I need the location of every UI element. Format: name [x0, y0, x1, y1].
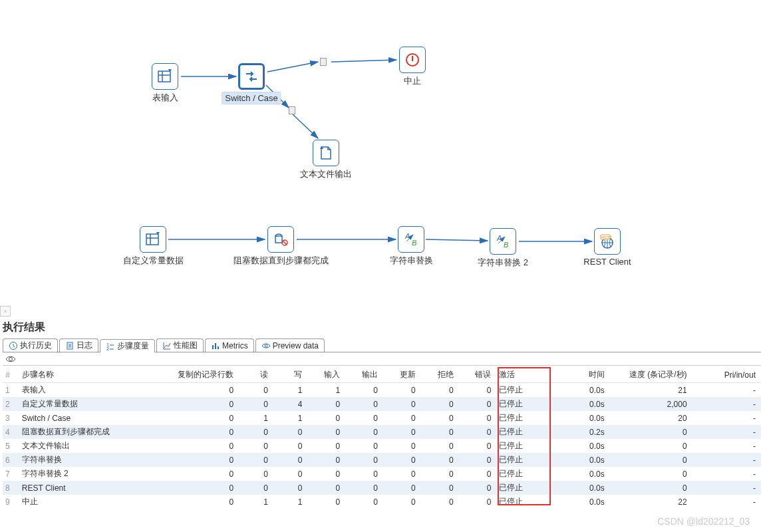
- cell-copy: 0: [170, 383, 239, 398]
- eye-icon: [261, 341, 271, 350]
- cell-out: 0: [345, 411, 383, 425]
- col-write[interactable]: 写: [273, 367, 308, 383]
- cell-pio: -: [692, 383, 761, 398]
- col-pio[interactable]: Pri/in/out: [692, 367, 761, 383]
- cell-n: 3: [3, 411, 19, 425]
- col-input[interactable]: 输入: [307, 367, 345, 383]
- col-update[interactable]: 更新: [383, 367, 421, 383]
- connectors: [0, 0, 763, 306]
- table-row[interactable]: 9中止01100000已停止0.0s22-: [3, 495, 761, 509]
- cell-copy: 0: [170, 453, 239, 467]
- table-row[interactable]: 6字符串替换00000000已停止0.0s0-: [3, 453, 761, 467]
- document-icon: [65, 341, 75, 350]
- col-output[interactable]: 输出: [345, 367, 383, 383]
- node-str-replace[interactable]: AB: [398, 226, 424, 253]
- cell-speed: 20: [610, 411, 692, 425]
- cell-upd: 0: [383, 425, 421, 439]
- eye-icon[interactable]: [5, 354, 16, 364]
- node-label-block: 阻塞数据直到步骤都完成: [233, 255, 329, 267]
- cell-speed: 0: [610, 425, 692, 439]
- cell-write: 0: [273, 425, 308, 439]
- cell-name: 阻塞数据直到步骤都完成: [19, 425, 170, 439]
- tab-exec-history[interactable]: 执行历史: [3, 338, 58, 352]
- cell-out: 0: [345, 495, 383, 509]
- table-row[interactable]: 4阻塞数据直到步骤都完成00000000已停止0.2s0-: [3, 425, 761, 439]
- node-label-abort: 中止: [404, 75, 421, 87]
- cell-upd: 0: [383, 453, 421, 467]
- table-row[interactable]: 2自定义常量数据00400000已停止0.0s2,000-: [3, 397, 761, 411]
- tab-label: 执行历史: [20, 340, 52, 351]
- table-input-icon: [144, 231, 162, 248]
- node-const-data[interactable]: [140, 226, 166, 253]
- cell-n: 4: [3, 425, 19, 439]
- table-header[interactable]: # 步骤名称 复制的记录行数 读 写 输入 输出 更新 拒绝 错误 激活 时间 …: [3, 367, 761, 383]
- cell-in: 0: [307, 425, 345, 439]
- table-row[interactable]: 1表输入00110000已停止0.0s21-: [3, 383, 761, 398]
- table-row[interactable]: 3Switch / Case01100000已停止0.0s20-: [3, 411, 761, 425]
- cell-speed: 0: [610, 467, 692, 481]
- cell-read: 1: [239, 411, 273, 425]
- node-label-table-input: 表输入: [152, 92, 178, 104]
- tab-perf-graph[interactable]: 性能图: [156, 338, 204, 352]
- col-step-name[interactable]: 步骤名称: [19, 367, 170, 383]
- node-str-replace-2[interactable]: AB: [490, 228, 516, 255]
- cell-read: 0: [239, 481, 273, 495]
- svg-rect-14: [146, 234, 158, 245]
- table-input-icon: [156, 68, 174, 85]
- col-active[interactable]: 激活: [496, 367, 558, 383]
- scroll-corner[interactable]: ‹: [0, 306, 11, 317]
- col-speed[interactable]: 速度 (条记录/秒): [610, 367, 692, 383]
- node-label-text-file: 文本文件输出: [300, 168, 352, 180]
- results-title: 执行结果: [3, 321, 45, 334]
- cell-out: 0: [345, 425, 383, 439]
- col-reject[interactable]: 拒绝: [421, 367, 459, 383]
- svg-line-19: [283, 241, 287, 245]
- metrics-toolbar: [3, 352, 761, 366]
- cell-err: 0: [459, 397, 497, 411]
- cell-copy: 0: [170, 467, 239, 481]
- cell-time: 0.0s: [558, 411, 609, 425]
- tab-step-metrics[interactable]: 12 步骤度量: [100, 339, 155, 352]
- cell-err: 0: [459, 495, 497, 509]
- tab-log[interactable]: 日志: [59, 338, 98, 352]
- table-row[interactable]: 7字符串替换 200000000已停止0.0s0-: [3, 467, 761, 481]
- cell-time: 0.0s: [558, 495, 609, 509]
- svg-line-4: [293, 114, 318, 138]
- cell-read: 1: [239, 495, 273, 509]
- abort-icon: [404, 52, 420, 68]
- cell-active: 已停止: [496, 453, 558, 467]
- col-time[interactable]: 时间: [558, 367, 609, 383]
- cell-read: 0: [239, 467, 273, 481]
- cell-copy: 0: [170, 425, 239, 439]
- cell-n: 7: [3, 467, 19, 481]
- tab-preview-data[interactable]: Preview data: [255, 338, 325, 352]
- clock-icon: [9, 341, 18, 350]
- tab-label: 性能图: [174, 340, 198, 351]
- node-block-until[interactable]: [267, 226, 294, 253]
- col-error[interactable]: 错误: [459, 367, 497, 383]
- col-copy[interactable]: 复制的记录行数: [170, 367, 239, 383]
- cell-copy: 0: [170, 439, 239, 453]
- table-row[interactable]: 8REST Client00000000已停止0.0s0-: [3, 481, 761, 495]
- cell-n: 6: [3, 453, 19, 467]
- cell-speed: 0: [610, 481, 692, 495]
- svg-text:REST: REST: [601, 235, 612, 239]
- cell-upd: 0: [383, 495, 421, 509]
- col-idx[interactable]: #: [3, 367, 19, 383]
- node-abort[interactable]: [399, 47, 426, 73]
- cell-upd: 0: [383, 397, 421, 411]
- cell-name: 中止: [19, 495, 170, 509]
- cell-in: 0: [307, 439, 345, 453]
- node-rest-client[interactable]: REST: [594, 228, 621, 255]
- cell-write: 0: [273, 439, 308, 453]
- tab-metrics[interactable]: Metrics: [205, 338, 254, 352]
- workflow-canvas[interactable]: 表输入 Switch / Case 中止 文本文件输出 自定义常量数据 阻塞数据…: [0, 0, 763, 306]
- table-row[interactable]: 5文本文件输出00000000已停止0.0s0-: [3, 439, 761, 453]
- cell-out: 0: [345, 467, 383, 481]
- node-switch-case[interactable]: [238, 63, 265, 90]
- col-read[interactable]: 读: [239, 367, 273, 383]
- cell-in: 0: [307, 495, 345, 509]
- cell-upd: 0: [383, 467, 421, 481]
- node-text-file-output[interactable]: [313, 140, 339, 166]
- node-table-input[interactable]: [152, 63, 178, 90]
